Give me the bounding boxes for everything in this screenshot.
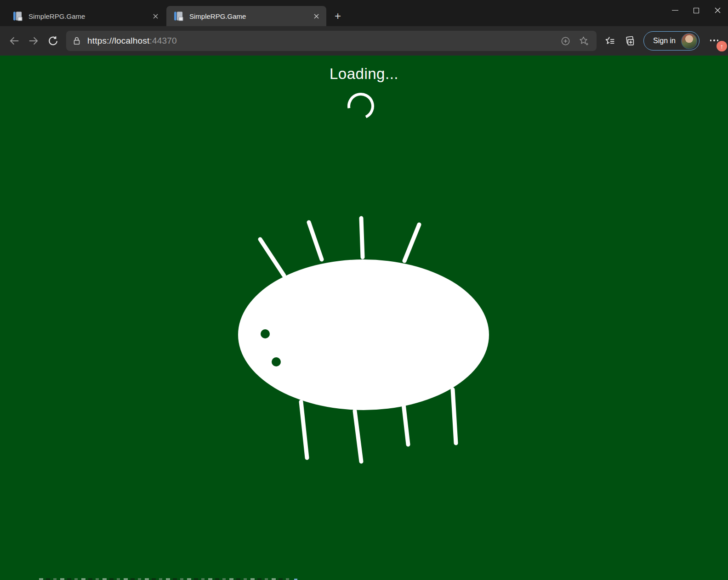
update-arrow-icon: ↑ — [720, 43, 723, 50]
favorites-star-list-icon — [604, 35, 616, 47]
forward-icon — [28, 35, 40, 47]
close-icon — [715, 7, 721, 13]
star-plus-icon — [578, 35, 589, 46]
clipped-bottom-text — [39, 578, 293, 580]
settings-more-button[interactable]: ↑ — [705, 32, 723, 50]
sign-in-label: Sign in — [653, 37, 676, 45]
tab-title: SimpleRPG.Game — [28, 12, 149, 20]
navigation-toolbar: https://localhost:44370 — [0, 26, 728, 56]
tab-title: SimpleRPG.Game — [189, 12, 310, 20]
collections-icon — [624, 35, 635, 47]
tab-close-icon[interactable] — [149, 10, 162, 23]
browser-window: SimpleRPG.Game SimpleRPG.Game + — [0, 0, 728, 580]
page-content: Loading... — [0, 56, 728, 580]
url-text: https://localhost:44370 — [87, 36, 177, 46]
circled-plus-icon — [560, 36, 571, 46]
more-menu-icon — [710, 39, 719, 41]
tab-strip: SimpleRPG.Game SimpleRPG.Game + — [0, 0, 728, 26]
close-button[interactable] — [707, 0, 728, 21]
back-button[interactable] — [5, 32, 24, 50]
minimize-icon — [672, 10, 678, 11]
profile-avatar — [681, 33, 697, 49]
window-controls — [665, 0, 728, 21]
url-host: https://localhost — [87, 36, 149, 45]
refresh-button[interactable] — [43, 32, 63, 50]
update-badge: ↑ — [717, 41, 727, 51]
minimize-button[interactable] — [665, 0, 686, 21]
maximize-icon — [694, 8, 699, 13]
back-icon — [8, 35, 20, 47]
address-plus-button[interactable] — [556, 32, 574, 50]
address-bar[interactable]: https://localhost:44370 — [66, 31, 597, 51]
new-tab-button[interactable]: + — [330, 8, 346, 24]
maximize-button[interactable] — [686, 0, 707, 21]
tab-simplerpg-2[interactable]: SimpleRPG.Game — [166, 6, 326, 26]
url-port: :44370 — [149, 36, 176, 45]
creature-drawing — [0, 56, 728, 580]
lock-icon — [72, 36, 82, 46]
sign-in-button[interactable]: Sign in — [643, 31, 700, 51]
tab-simplerpg-1[interactable]: SimpleRPG.Game — [6, 6, 165, 26]
page-favicon — [174, 11, 184, 22]
tab-close-icon[interactable] — [310, 10, 323, 23]
favorites-button[interactable] — [600, 32, 620, 50]
collections-button[interactable] — [620, 32, 639, 50]
page-favicon — [13, 11, 23, 22]
refresh-icon — [47, 35, 59, 47]
forward-button[interactable] — [24, 32, 43, 50]
add-favorite-button[interactable] — [574, 32, 593, 50]
